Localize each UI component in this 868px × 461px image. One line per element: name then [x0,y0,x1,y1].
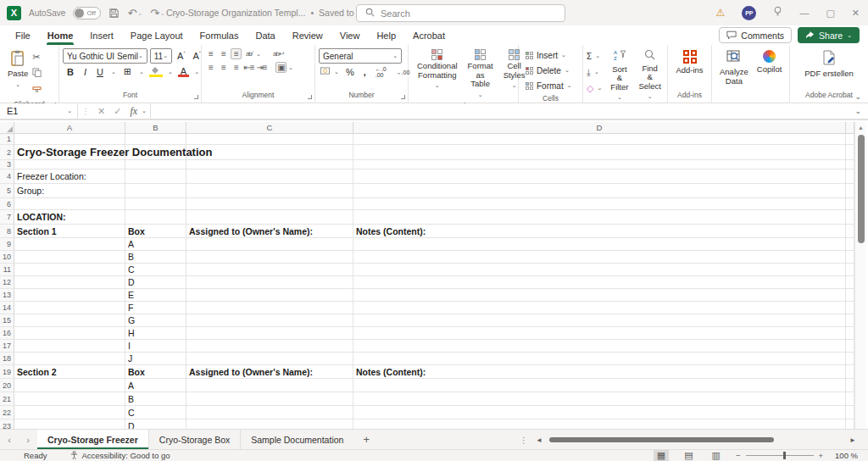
cell-A18[interactable] [14,353,125,365]
comments-button[interactable]: Comments [719,27,792,43]
cell-C8[interactable]: Assigned to (Owner's Name): [186,225,353,238]
cell-A21[interactable] [14,392,125,406]
cell-B4[interactable] [125,169,186,184]
redo-dropdown-icon[interactable]: ⌄ [160,8,165,19]
cell-B11[interactable]: C [125,264,186,276]
row-header-1[interactable]: 1 [0,134,14,145]
comma-style-icon[interactable]: , [361,67,369,77]
cell-B21[interactable]: B [125,392,186,406]
pdf-erstellen-button[interactable]: PDF erstellen [800,48,858,89]
orientation-icon[interactable]: ab∕ [243,50,254,58]
cell-A2[interactable]: Cryo-Storage Freezer Documentation [14,145,125,160]
cell-D3[interactable] [353,160,846,169]
restore-button[interactable]: ▢ [826,8,834,19]
top-align-icon[interactable]: ≡ [205,49,216,58]
row-header-18[interactable]: 18 [0,353,14,365]
cell-A13[interactable] [14,289,125,302]
tab-splitter-handle[interactable]: ⋮ [520,430,528,450]
collapse-ribbon-icon[interactable]: ⌄ [854,92,861,101]
cell-partial-18[interactable] [846,353,854,365]
cell-partial-19[interactable] [846,365,854,379]
increase-decimal-icon[interactable]: ←.0.00 [373,66,389,78]
insert-cells-button[interactable]: Insert⌄ [526,48,579,62]
sheet-prev-icon[interactable]: ‹ [0,430,19,449]
scroll-right-icon[interactable]: ► [846,436,860,444]
cell-C3[interactable] [186,160,353,169]
cell-D17[interactable] [353,340,846,353]
cell-A7[interactable]: LOCATION: [14,210,125,225]
cell-C12[interactable] [186,276,353,289]
page-break-preview-icon[interactable]: ▥ [709,450,724,461]
sheet-tab-sample-documentation[interactable]: Sample Documentation [241,430,353,449]
cell-B18[interactable]: J [125,353,186,365]
bold-button[interactable]: B [64,67,76,77]
find-select-button[interactable]: Find & Select⌄ [633,48,665,103]
share-button[interactable]: Share ⌄ [798,27,860,43]
cell-D15[interactable] [353,314,846,327]
minimize-button[interactable]: — [799,8,809,18]
delete-cells-button[interactable]: Delete⌄ [526,64,579,77]
cell-C14[interactable] [186,302,353,314]
column-header-D[interactable]: D [353,122,846,134]
fill-button[interactable]: ⤓⌄ [587,65,602,79]
cell-D12[interactable] [353,276,846,289]
row-header-10[interactable]: 10 [0,251,14,264]
borders-icon[interactable]: ⊞ [121,66,134,77]
underline-button[interactable]: U [94,67,106,77]
wrap-text-icon[interactable]: ab↩ [273,50,284,58]
column-header-partial[interactable] [846,122,854,134]
cell-B6[interactable] [125,198,186,210]
cell-partial-23[interactable] [846,419,854,429]
horizontal-scrollbar[interactable]: ◄ ► [532,430,860,450]
cell-B10[interactable]: B [125,251,186,264]
cell-D23[interactable] [353,419,846,429]
row-header-22[interactable]: 22 [0,406,14,419]
page-layout-view-icon[interactable]: ▤ [681,450,696,461]
conditional-formatting-button[interactable]: Conditional Formatting⌄ [412,48,463,100]
name-box[interactable]: E1⌄ [2,103,78,119]
zoom-out-icon[interactable]: − [736,451,741,460]
cell-A8[interactable]: Section 1 [14,225,125,238]
cell-B20[interactable]: A [125,379,186,392]
close-button[interactable]: ✕ [852,8,860,19]
enter-entry-icon[interactable]: ✓ [109,106,125,117]
cell-partial-20[interactable] [846,379,854,392]
tab-review[interactable]: Review [284,25,331,45]
font-size-combo[interactable]: 11⌄ [150,48,172,64]
row-header-8[interactable]: 8 [0,225,14,238]
cell-A19[interactable]: Section 2 [14,365,125,379]
cell-B17[interactable]: I [125,340,186,353]
cell-C9[interactable] [186,238,353,251]
cell-A1[interactable] [14,134,125,145]
row-header-17[interactable]: 17 [0,340,14,353]
cell-D19[interactable]: Notes (Content): [353,365,846,379]
cell-C15[interactable] [186,314,353,327]
cell-A20[interactable] [14,379,125,392]
cell-C21[interactable] [186,392,353,406]
cell-B1[interactable] [125,134,186,145]
cell-A16[interactable] [14,327,125,340]
zoom-level[interactable]: 100 % [835,451,858,460]
cell-D10[interactable] [353,251,846,264]
tab-home[interactable]: Home [39,25,82,45]
cell-partial-15[interactable] [846,314,854,327]
middle-align-icon[interactable]: ≡ [218,49,229,58]
number-format-combo[interactable]: General⌄ [319,48,402,64]
cell-B3[interactable] [125,160,186,169]
cell-A5[interactable]: Group: [14,184,125,198]
font-color-icon[interactable]: A [178,66,189,77]
cell-partial-10[interactable] [846,251,854,264]
cell-D21[interactable] [353,392,846,406]
accounting-format-icon[interactable] [320,66,330,78]
tab-insert[interactable]: Insert [81,25,122,45]
cell-B23[interactable]: D [125,419,186,429]
bottom-align-icon[interactable]: ≡ [231,48,242,59]
sheet-next-icon[interactable]: › [19,430,37,449]
cell-partial-2[interactable] [846,145,854,160]
cell-C22[interactable] [186,406,353,419]
cell-C16[interactable] [186,327,353,340]
decrease-indent-icon[interactable]: ⇤≡ [243,63,254,72]
warning-icon[interactable]: ⚠ [716,7,726,19]
cell-partial-1[interactable] [846,134,854,145]
cell-B7[interactable] [125,210,186,225]
